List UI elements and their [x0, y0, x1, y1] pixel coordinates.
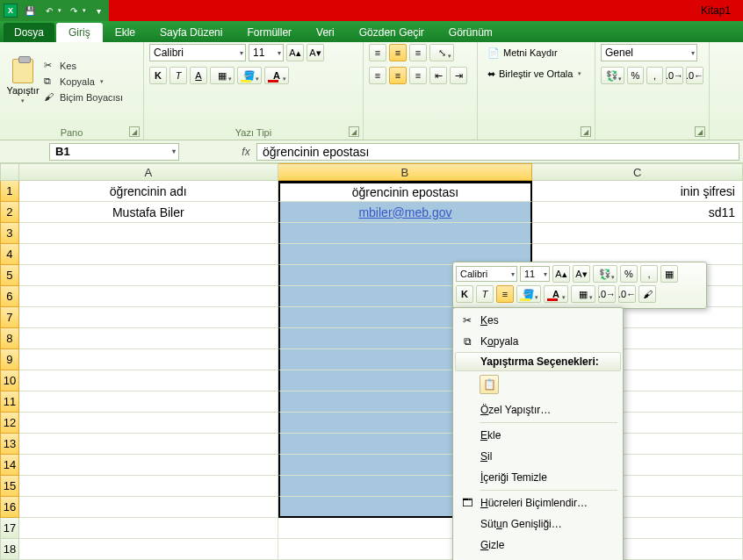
redo-icon[interactable]: ↷	[67, 4, 81, 18]
undo-icon[interactable]: ↶	[42, 4, 56, 18]
align-center-icon[interactable]: ≡	[389, 67, 407, 84]
tab-view[interactable]: Görünüm	[436, 23, 505, 42]
align-left-icon[interactable]: ≡	[369, 67, 386, 84]
cell-c1[interactable]: inin şifresi	[532, 181, 743, 202]
tab-data[interactable]: Veri	[304, 23, 347, 42]
italic-button[interactable]: T	[170, 67, 187, 84]
row-header[interactable]: 11	[0, 391, 19, 413]
row-header[interactable]: 1	[0, 181, 19, 202]
row-header[interactable]: 3	[0, 223, 19, 244]
cell[interactable]	[19, 286, 278, 307]
increase-decimal-icon[interactable]: .0→	[666, 67, 683, 84]
qat-customize-icon[interactable]: ▾	[91, 4, 105, 18]
ctx-cut[interactable]: ✂Kes	[455, 310, 621, 331]
cell-b1[interactable]: öğrencinin epostası	[278, 181, 533, 202]
ctx-paste-special[interactable]: Özel Yapıştır…	[455, 399, 621, 420]
mini-bold-button[interactable]: K	[456, 285, 473, 303]
bold-button[interactable]: K	[149, 67, 167, 84]
ctx-column-width[interactable]: Sütun Genişliği…	[455, 513, 621, 535]
cell-a1[interactable]: öğrencinin adı	[19, 181, 278, 202]
row-header[interactable]: 15	[0, 476, 19, 497]
hyperlink[interactable]: mbiler@meb.gov	[358, 205, 451, 219]
format-painter-button[interactable]: 🖌Biçim Boyacısı	[44, 91, 123, 104]
cell[interactable]	[19, 307, 278, 328]
cell[interactable]	[19, 223, 278, 244]
mini-fill-color-button[interactable]: 🪣	[516, 285, 541, 303]
mini-decrease-decimal-icon[interactable]: .0←	[618, 285, 636, 303]
ctx-clear[interactable]: İçeriği Temizle	[455, 467, 621, 488]
ctx-hide[interactable]: Gizle	[455, 535, 621, 556]
cell[interactable]	[19, 497, 278, 518]
cell[interactable]	[19, 265, 278, 286]
save-icon[interactable]: 💾	[23, 4, 37, 18]
font-color-button[interactable]: A	[264, 67, 289, 84]
align-middle-icon[interactable]: ≡	[389, 44, 407, 61]
decrease-indent-icon[interactable]: ⇤	[429, 67, 447, 84]
wrap-text-button[interactable]: 📄Metni Kaydır	[483, 44, 589, 61]
tab-file[interactable]: Dosya	[4, 23, 54, 42]
decrease-decimal-icon[interactable]: .0←	[686, 67, 703, 84]
mini-italic-button[interactable]: T	[476, 285, 494, 303]
font-size-combo[interactable]: 11▾	[249, 44, 284, 61]
select-all-corner[interactable]	[0, 163, 19, 181]
row-header[interactable]: 10	[0, 370, 19, 391]
border-button[interactable]: ▦	[210, 67, 234, 84]
mini-increase-font-icon[interactable]: A▴	[552, 265, 570, 283]
row-header[interactable]: 6	[0, 286, 19, 307]
cell-c2[interactable]: sd11	[532, 202, 743, 223]
cell[interactable]	[19, 349, 278, 370]
cell[interactable]	[19, 539, 278, 560]
excel-icon[interactable]: X	[4, 4, 18, 18]
cell[interactable]	[19, 244, 278, 265]
merge-center-button[interactable]: ⬌Birleştir ve Ortala▾	[483, 65, 589, 83]
row-header[interactable]: 5	[0, 265, 19, 286]
row-header[interactable]: 4	[0, 244, 19, 265]
ctx-show[interactable]: Göster	[455, 556, 621, 560]
row-header[interactable]: 18	[0, 539, 19, 560]
mini-decrease-font-icon[interactable]: A▾	[573, 265, 590, 283]
mini-currency-icon[interactable]: 💱	[593, 265, 617, 283]
ctx-insert[interactable]: Ekle	[455, 425, 621, 446]
tab-formulas[interactable]: Formüller	[234, 23, 304, 42]
ctx-copy[interactable]: ⧉Kopyala	[455, 331, 621, 352]
number-dialog-launcher[interactable]: ◢	[695, 126, 705, 137]
mini-comma-icon[interactable]: ,	[640, 265, 658, 283]
orientation-icon[interactable]: ⤡	[429, 44, 454, 61]
increase-font-icon[interactable]: A▴	[286, 44, 304, 61]
cell[interactable]	[19, 455, 278, 476]
name-box[interactable]: B1▾	[49, 143, 179, 161]
tab-insert[interactable]: Ekle	[103, 23, 148, 42]
column-header-b[interactable]: B	[278, 163, 533, 181]
mini-cond-format-icon[interactable]: ▦	[660, 265, 678, 283]
tab-page-layout[interactable]: Sayfa Düzeni	[148, 23, 234, 42]
cell[interactable]	[19, 476, 278, 497]
row-header[interactable]: 14	[0, 455, 19, 476]
row-header[interactable]: 17	[0, 518, 19, 539]
underline-button[interactable]: A	[190, 67, 207, 84]
mini-size-combo[interactable]: 11▾	[520, 266, 550, 282]
decrease-font-icon[interactable]: A▾	[307, 44, 324, 61]
row-header[interactable]: 16	[0, 497, 19, 518]
mini-font-color-button[interactable]: A	[544, 285, 568, 303]
fill-color-button[interactable]: 🪣	[237, 67, 262, 84]
currency-button[interactable]: 💱	[601, 67, 624, 84]
cell[interactable]	[19, 391, 278, 413]
row-header[interactable]: 9	[0, 349, 19, 370]
mini-center-button[interactable]: ≡	[496, 285, 514, 303]
mini-percent-icon[interactable]: %	[620, 265, 638, 283]
cut-button[interactable]: ✂Kes	[44, 60, 123, 72]
mini-font-combo[interactable]: Calibri▾	[456, 266, 517, 282]
cell[interactable]	[19, 328, 278, 349]
alignment-dialog-launcher[interactable]: ◢	[581, 126, 591, 137]
font-dialog-launcher[interactable]: ◢	[349, 126, 359, 137]
cell[interactable]	[19, 370, 278, 391]
row-header[interactable]: 7	[0, 307, 19, 328]
increase-indent-icon[interactable]: ⇥	[450, 67, 467, 84]
align-right-icon[interactable]: ≡	[409, 67, 427, 84]
tab-home[interactable]: Giriş	[56, 23, 103, 42]
row-header[interactable]: 2	[0, 202, 19, 223]
cell[interactable]	[19, 413, 278, 434]
mini-border-button[interactable]: ▦	[571, 285, 595, 303]
align-top-icon[interactable]: ≡	[369, 44, 386, 61]
clipboard-dialog-launcher[interactable]: ◢	[129, 126, 140, 137]
